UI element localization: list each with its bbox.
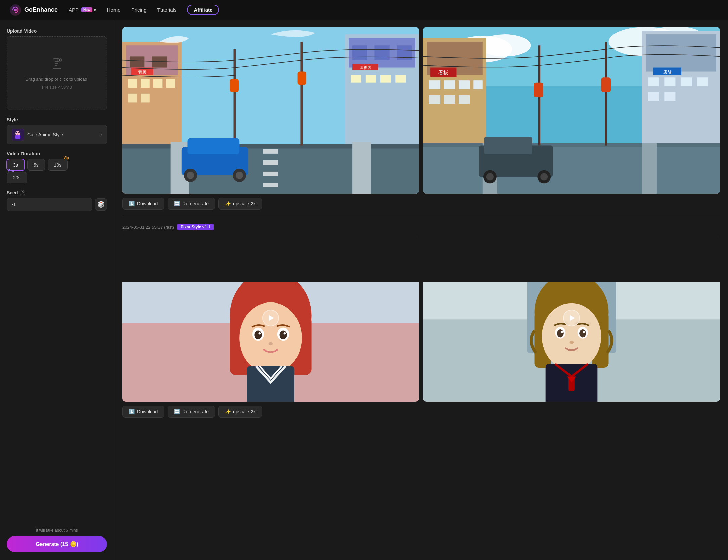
svg-point-116 — [579, 329, 586, 337]
svg-point-101 — [280, 331, 287, 340]
regenerate-button-2[interactable]: 🔄 Re-generate — [168, 406, 215, 418]
style-chevron-icon: › — [100, 132, 102, 138]
upload-dropzone[interactable]: Drag and drop or click to upload. File s… — [7, 36, 107, 110]
svg-rect-25 — [374, 45, 389, 60]
svg-rect-16 — [153, 79, 163, 88]
svg-rect-29 — [380, 75, 391, 83]
svg-rect-36 — [263, 160, 278, 165]
video-preview-anime-1: 看板 — [122, 27, 419, 194]
svg-rect-73 — [697, 77, 708, 86]
affiliate-button[interactable]: Affiliate — [187, 5, 219, 15]
svg-text:看板: 看板 — [138, 69, 147, 75]
result-meta-2: 2024-05-31 22:55:37 (fast) Pixar Style v… — [122, 224, 720, 230]
action-bar-1: ⬇️ Download 🔄 Re-generate ✨ upscale 2k — [122, 198, 720, 210]
nav-app-label: APP — [69, 7, 79, 13]
upscale-label-2: upscale 2k — [233, 409, 256, 414]
svg-rect-44 — [298, 72, 307, 85]
divider-1 — [122, 217, 720, 217]
generate-button[interactable]: Generate (15 🪙) — [7, 536, 107, 552]
nav-app[interactable]: APP New ▾ — [69, 7, 96, 13]
svg-point-54 — [479, 34, 531, 56]
video-card-1[interactable]: 看板 — [122, 27, 419, 194]
svg-rect-85 — [601, 77, 611, 92]
duration-buttons: 3s 5s 10s Vip — [7, 159, 107, 171]
play-button-3[interactable] — [262, 310, 279, 326]
svg-rect-17 — [166, 79, 175, 88]
video-preview-anime-2: 看板 店舗 — [423, 27, 720, 194]
sidebar: Upload Video Drag and drop or click to u… — [0, 20, 114, 560]
play-triangle-4 — [570, 315, 575, 321]
upload-section: Upload Video Drag and drop or click to u… — [7, 28, 107, 110]
svg-rect-59 — [429, 80, 440, 89]
svg-point-104 — [268, 342, 273, 345]
svg-point-5 — [15, 131, 20, 136]
svg-rect-34 — [122, 144, 419, 148]
style-thumbnail — [12, 129, 24, 141]
upscale-icon-1: ✨ — [225, 201, 231, 207]
svg-point-118 — [583, 331, 585, 333]
duration-20s[interactable]: 20s Pro — [7, 172, 27, 183]
svg-rect-38 — [263, 183, 278, 187]
style-tag-2: Pixar Style v1.1 — [177, 224, 214, 230]
style-left: Cute Anime Style — [12, 129, 63, 141]
seed-row: Seed ? — [7, 190, 107, 195]
download-icon-1: ⬇️ — [129, 201, 135, 207]
svg-rect-63 — [429, 95, 440, 104]
duration-5s[interactable]: 5s — [27, 159, 45, 171]
duration-10s[interactable]: 10s Vip — [48, 159, 68, 171]
svg-rect-84 — [534, 83, 543, 97]
seed-help-icon[interactable]: ? — [20, 190, 25, 195]
seed-section: Seed ? 🎲 — [7, 190, 107, 211]
play-triangle-3 — [269, 315, 274, 321]
svg-rect-43 — [230, 79, 239, 92]
video-grid-1: 看板 — [122, 27, 720, 194]
upload-icon — [50, 57, 64, 73]
svg-rect-41 — [234, 49, 236, 145]
action-bar-2: ⬇️ Download 🔄 Re-generate ✨ upscale 2k — [122, 406, 720, 418]
dice-button[interactable]: 🎲 — [95, 198, 107, 211]
video-card-2[interactable]: 看板 店舗 — [423, 27, 720, 194]
regenerate-icon-1: 🔄 — [174, 201, 180, 207]
regenerate-button-1[interactable]: 🔄 Re-generate — [168, 198, 215, 210]
svg-rect-78 — [423, 146, 720, 194]
svg-rect-74 — [648, 92, 659, 101]
svg-rect-42 — [300, 42, 303, 145]
style-section: Style Cute Anime Style — [7, 117, 107, 144]
seed-input-row: 🎲 — [7, 198, 107, 211]
svg-rect-40 — [352, 142, 371, 194]
svg-point-119 — [569, 341, 574, 344]
main-layout: Upload Video Drag and drop or click to u… — [0, 20, 728, 560]
svg-point-91 — [540, 173, 548, 180]
svg-text:看板: 看板 — [438, 69, 448, 75]
svg-rect-27 — [351, 75, 361, 83]
download-button-2[interactable]: ⬇️ Download — [122, 406, 164, 418]
svg-point-103 — [284, 332, 286, 335]
svg-rect-65 — [459, 95, 470, 104]
app-new-badge: New — [81, 7, 92, 12]
download-icon-2: ⬇️ — [129, 409, 135, 415]
nav-tutorials[interactable]: Tutorials — [157, 7, 176, 13]
result-timestamp-2: 2024-05-31 22:55:37 (fast) — [122, 225, 174, 230]
upscale-button-2[interactable]: ✨ upscale 2k — [218, 406, 262, 418]
upload-label: Upload Video — [7, 28, 107, 34]
content-area: 看板 — [114, 20, 728, 560]
style-name: Cute Anime Style — [27, 132, 63, 137]
download-button-1[interactable]: ⬇️ Download — [122, 198, 164, 210]
seed-input[interactable] — [7, 198, 92, 211]
svg-point-49 — [187, 172, 194, 179]
nav-home[interactable]: Home — [107, 7, 121, 13]
style-selector[interactable]: Cute Anime Style › — [7, 125, 107, 144]
svg-rect-81 — [642, 143, 657, 194]
nav-pricing[interactable]: Pricing — [131, 7, 147, 13]
video-card-3[interactable] — [122, 234, 419, 401]
upscale-button-1[interactable]: ✨ upscale 2k — [218, 198, 262, 210]
upscale-icon-2: ✨ — [225, 409, 231, 415]
app-chevron-icon: ▾ — [94, 7, 96, 13]
regenerate-icon-2: 🔄 — [174, 409, 180, 415]
nav-links: Home Pricing Tutorials Affiliate — [107, 5, 719, 15]
svg-point-102 — [259, 332, 261, 335]
logo[interactable]: GoEnhance — [9, 4, 58, 16]
pro-badge: Pro — [8, 169, 14, 173]
video-card-4[interactable] — [423, 234, 720, 401]
play-button-4[interactable] — [563, 310, 580, 326]
